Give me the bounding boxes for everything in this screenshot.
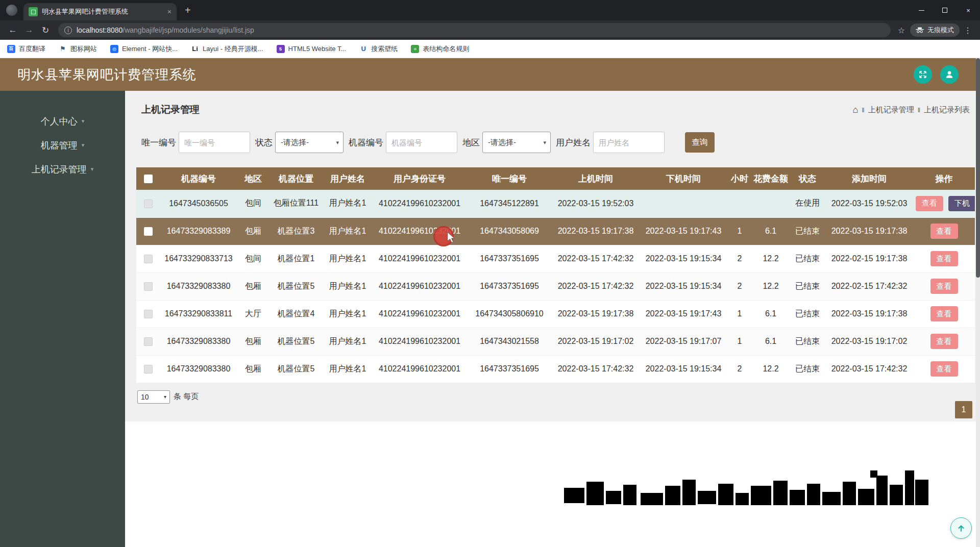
select-all-checkbox[interactable] — [144, 175, 153, 183]
bookmark-item[interactable]: U搜索壁纸 — [359, 44, 398, 54]
sidebar-item-1[interactable]: 机器管理▾ — [0, 133, 125, 157]
table-cell: 在使用 — [790, 190, 825, 217]
query-button[interactable]: 查询 — [685, 132, 715, 153]
table-cell: 包厢 — [237, 272, 269, 300]
row-checkbox[interactable] — [144, 310, 153, 318]
sidebar-item-0[interactable]: 个人中心▾ — [0, 109, 125, 133]
bookmark-item[interactable]: ≡表结构命名规则 — [411, 44, 469, 54]
table-cell: 2022-03-15 19:17:38 — [552, 217, 640, 245]
table-cell: 2022-03-15 19:15:34 — [640, 355, 727, 383]
minimize-button[interactable] — [910, 0, 933, 20]
sidebar-item-2[interactable]: 上机记录管理▾ — [0, 157, 125, 181]
column-header: 用户身份证号 — [372, 167, 467, 190]
table-cell: 1647343021558 — [467, 328, 552, 355]
table-header-row: 机器编号地区机器位置用户姓名用户身份证号唯一编号上机时间下机时间小时花费金额状态… — [136, 167, 975, 190]
bookmark-label: Layui - 经典开源模... — [203, 44, 263, 54]
table-cell: 2022-03-15 19:17:43 — [640, 300, 727, 328]
fullscreen-button[interactable] — [914, 65, 932, 84]
view-button[interactable]: 查看 — [930, 361, 958, 377]
column-header: 机器位置 — [269, 167, 323, 190]
tab-favicon — [29, 7, 38, 16]
row-actions: 查看 — [913, 355, 975, 383]
view-button[interactable]: 查看 — [930, 279, 958, 294]
area-select[interactable]: -请选择- ▾ — [482, 132, 551, 153]
bookmark-item[interactable]: ⚑图标网站 — [59, 44, 97, 54]
row-checkbox[interactable] — [144, 200, 153, 208]
unique-no-input[interactable] — [179, 132, 250, 153]
user-name-input[interactable] — [593, 132, 665, 153]
browser-menu-icon[interactable]: ⋮ — [961, 26, 975, 35]
row-checkbox[interactable] — [144, 255, 153, 263]
breadcrumb-item[interactable]: 上机记录列表 — [924, 105, 970, 115]
user-name-group: 用户姓名 — [556, 132, 665, 153]
column-header: 地区 — [237, 167, 269, 190]
area-select-value: -请选择- — [488, 138, 516, 147]
site-info-icon[interactable]: i — [64, 27, 72, 34]
restore-button[interactable] — [933, 0, 957, 20]
browser-window: 明水县苹果网吧计费管理系统 × + × ← → ↻ i localhost:80… — [0, 0, 980, 547]
row-checkbox[interactable] — [144, 337, 153, 346]
page-scrollbar[interactable] — [976, 58, 980, 547]
table-cell: 1647337351695 — [467, 355, 552, 383]
incognito-badge: 无痕模式 — [910, 23, 960, 37]
machine-no-input[interactable] — [386, 132, 457, 153]
table-row: 164733290833713包间机器位置1用户姓名14102241996102… — [136, 245, 975, 272]
window-close-button[interactable]: × — [957, 0, 980, 20]
scrollbar-thumb[interactable] — [976, 58, 980, 278]
page-size-select[interactable]: 10 ▾ — [137, 390, 170, 404]
breadcrumb: ⌂ ‖ 上机记录管理 ‖ 上机记录列表 — [852, 105, 970, 115]
table-cell: 12.2 — [752, 272, 790, 300]
bookmark-item[interactable]: 百百度翻译 — [7, 44, 45, 54]
row-actions: 查看 — [913, 217, 975, 245]
back-button[interactable]: ← — [5, 25, 20, 35]
table-cell: 2022-03-15 19:17:38 — [552, 300, 640, 328]
reload-button[interactable]: ↻ — [38, 25, 53, 36]
row-checkbox[interactable] — [144, 365, 153, 374]
bookmark-star-icon[interactable]: ☆ — [898, 26, 905, 35]
status-group: 状态 -请选择- ▾ — [255, 132, 344, 153]
table-cell: 2022-02-15 17:42:32 — [825, 272, 913, 300]
view-button[interactable]: 查看 — [930, 223, 958, 239]
column-header: 小时 — [727, 167, 752, 190]
table-cell: 16473329083389 — [160, 217, 237, 245]
breadcrumb-item[interactable]: 上机记录管理 — [868, 105, 914, 115]
home-icon[interactable]: ⌂ — [852, 105, 858, 115]
url-bar[interactable]: i localhost:8080/wangbajifei/jsp/modules… — [58, 23, 891, 37]
bookmark-favicon: 百 — [7, 45, 15, 53]
page-size-value: 10 — [141, 393, 149, 401]
table-cell: 已结束 — [790, 217, 825, 245]
bookmark-item[interactable]: ◎Element - 网站快... — [110, 44, 178, 54]
view-button[interactable]: 查看 — [916, 196, 943, 211]
table-cell: 2022-03-15 19:52:03 — [552, 190, 640, 217]
user-profile-button[interactable] — [940, 65, 959, 84]
mouse-cursor-icon — [447, 232, 455, 243]
view-button[interactable]: 查看 — [930, 334, 958, 349]
back-to-top-button[interactable] — [950, 517, 972, 539]
column-header: 下机时间 — [640, 167, 727, 190]
page-size-label: 条 每页 — [174, 392, 199, 402]
chevron-down-icon: ▾ — [82, 142, 85, 148]
status-select[interactable]: -请选择- ▾ — [275, 132, 344, 153]
active-tab[interactable]: 明水县苹果网吧计费管理系统 × — [23, 3, 177, 20]
user-name-label: 用户姓名 — [556, 137, 591, 148]
table-cell: 1647343058069 — [467, 217, 552, 245]
bookmark-favicon: Li — [191, 45, 199, 53]
tab-close-icon[interactable]: × — [167, 8, 172, 16]
content-head: 上机记录管理 ⌂ ‖ 上机记录管理 ‖ 上机记录列表 — [125, 91, 980, 116]
view-button[interactable]: 查看 — [930, 251, 958, 266]
table-cell: 已结束 — [790, 245, 825, 272]
sidebar-item-label: 机器管理 — [41, 139, 78, 152]
table-cell: 2022-03-15 17:42:32 — [552, 245, 640, 272]
row-checkbox[interactable] — [144, 282, 153, 291]
row-checkbox[interactable] — [144, 227, 153, 236]
bookmark-item[interactable]: LiLayui - 经典开源模... — [191, 44, 263, 54]
forward-button[interactable]: → — [21, 25, 37, 35]
offline-button[interactable]: 下机 — [948, 196, 975, 211]
view-button[interactable]: 查看 — [930, 306, 958, 321]
page-1-button[interactable]: 1 — [955, 401, 972, 418]
bookmarks-bar: 百百度翻译⚑图标网站◎Element - 网站快...LiLayui - 经典开… — [0, 40, 980, 58]
new-tab-button[interactable]: + — [185, 5, 191, 16]
bookmark-item[interactable]: 5HTML5 Website T... — [277, 45, 347, 53]
table-cell: 410224199610232001 — [372, 355, 467, 383]
table-cell — [727, 190, 752, 217]
